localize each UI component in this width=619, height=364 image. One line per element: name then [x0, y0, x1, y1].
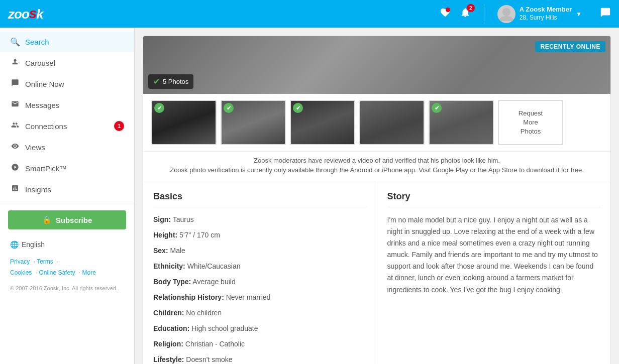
profile-content: Basics Sign: TaurusHeight: 5'7" / 170 cm… [143, 181, 610, 364]
sidebar-item-smartpick[interactable]: SmartPick™ [0, 158, 134, 179]
basics-label-8: Religion: [153, 340, 183, 348]
connections-icon [10, 121, 20, 131]
notifications-icon[interactable]: 2 [460, 7, 471, 21]
request-more-button[interactable]: RequestMorePhotos [498, 100, 563, 145]
basics-value-3: White/Caucasian [187, 262, 241, 270]
cookies-link[interactable]: Cookies [10, 269, 32, 276]
smartpick-icon [10, 163, 20, 173]
sidebar-nav: 🔍 Search Carousel Online Now Messages [0, 32, 134, 200]
sidebar-item-carousel[interactable]: Carousel [0, 52, 134, 73]
photo-thumb-3[interactable]: ✔ [290, 100, 355, 145]
profile-card: ✔ 5 Photos RECENTLY ONLINE ✔ ✔ [143, 36, 611, 364]
basics-label-2: Sex: [153, 247, 168, 255]
header-icons: 2 A Zoosk Member 28, Surry Hills ▼ [440, 5, 611, 23]
logo[interactable]: zoosk [8, 6, 43, 22]
sidebar-divider [0, 204, 134, 204]
avatar [497, 5, 515, 23]
story-section: Story I'm no male model but a nice guy. … [377, 181, 611, 364]
photo-thumb-5[interactable]: ✔ [429, 100, 494, 145]
sidebar-item-insights[interactable]: Insights [0, 179, 134, 200]
sidebar-item-messages[interactable]: Messages [0, 94, 134, 115]
sidebar-label-smartpick: SmartPick™ [25, 164, 67, 173]
basics-row-5: Relationship History: Never married [153, 292, 367, 303]
dropdown-arrow-icon: ▼ [576, 11, 582, 18]
basics-value-1: 5'7" / 170 cm [179, 231, 220, 239]
check-icon: ✔ [153, 77, 160, 86]
sidebar-label-views: Views [25, 143, 45, 152]
sidebar-label-carousel: Carousel [25, 59, 55, 67]
chat-icon[interactable] [600, 7, 611, 21]
basics-value-4: Average build [192, 278, 235, 286]
sidebar-label-messages: Messages [25, 101, 59, 109]
basics-value-0: Taurus [173, 215, 194, 223]
sidebar-item-views[interactable]: Views [0, 137, 134, 158]
photo-verified-2: ✔ [224, 103, 234, 113]
main-content: ✔ 5 Photos RECENTLY ONLINE ✔ ✔ [135, 28, 619, 364]
sidebar-label-online-now: Online Now [25, 80, 64, 88]
terms-link[interactable]: Terms [37, 258, 53, 265]
user-name: A Zoosk Member [520, 6, 572, 14]
sidebar-label-search: Search [25, 38, 49, 46]
sidebar: 🔍 Search Carousel Online Now Messages [0, 28, 135, 364]
story-text: I'm no male model but a nice guy. I enjo… [387, 214, 601, 296]
basics-label-3: Ethnicity: [153, 262, 185, 270]
basics-row-4: Body Type: Average build [153, 277, 367, 287]
verification-line2: Zoosk photo verification is currently on… [151, 166, 602, 174]
basics-value-9: Doesn't smoke [186, 355, 232, 363]
basics-row-8: Religion: Christian - Catholic [153, 339, 367, 349]
basics-value-2: Male [170, 247, 185, 255]
verification-text: Zoosk moderators have reviewed a video o… [143, 152, 610, 181]
basics-label-1: Height: [153, 231, 177, 239]
svg-point-0 [446, 8, 450, 12]
globe-icon: 🌐 [10, 240, 19, 249]
photo-thumb-4[interactable] [359, 100, 425, 145]
basics-row-7: Education: High school graduate [153, 323, 367, 334]
online-safety-link[interactable]: Online Safety [39, 269, 75, 276]
svg-point-1 [502, 8, 510, 16]
basics-row-2: Sex: Male [153, 246, 367, 256]
subscribe-label: Subscribe [56, 216, 92, 224]
sidebar-item-connections[interactable]: Connections 1 [0, 115, 134, 137]
language-selector[interactable]: 🌐 English [0, 235, 134, 254]
favorites-icon[interactable] [440, 7, 451, 21]
online-now-icon [10, 79, 20, 89]
messages-icon [10, 100, 20, 110]
recently-online-badge: RECENTLY ONLINE [535, 41, 605, 52]
privacy-link[interactable]: Privacy [10, 258, 30, 265]
verification-line1: Zoosk moderators have reviewed a video o… [151, 157, 602, 164]
basics-label-4: Body Type: [153, 278, 191, 286]
photo-thumb-2[interactable]: ✔ [221, 100, 286, 145]
photo-verified-5: ✔ [432, 103, 442, 113]
user-info: A Zoosk Member 28, Surry Hills [520, 6, 572, 22]
request-more-label: RequestMorePhotos [519, 109, 543, 137]
subscribe-button[interactable]: 🔒 Subscribe [8, 210, 126, 229]
basics-label-5: Relationship History: [153, 293, 224, 301]
basics-label-7: Education: [153, 324, 189, 332]
hero-area: ✔ 5 Photos RECENTLY ONLINE [143, 36, 610, 94]
footer-links: Privacy · Terms · Cookies · Online Safet… [0, 254, 134, 281]
notification-badge: 2 [467, 4, 475, 12]
basics-section: Basics Sign: TaurusHeight: 5'7" / 170 cm… [143, 181, 377, 364]
copyright: © 2007-2016 Zoosk, Inc. All rights reser… [0, 281, 134, 295]
photo-thumb-1[interactable]: ✔ [151, 100, 217, 145]
basics-value-7: High school graduate [191, 324, 258, 332]
photo-strip: ✔ ✔ ✔ ✔ RequestMorePhotos [143, 94, 610, 152]
basics-title: Basics [153, 191, 367, 207]
header-user[interactable]: A Zoosk Member 28, Surry Hills ▼ [497, 5, 582, 23]
sidebar-label-insights: Insights [25, 185, 51, 194]
basics-value-5: Never married [226, 293, 271, 301]
basics-row-1: Height: 5'7" / 170 cm [153, 230, 367, 240]
language-label: English [22, 240, 45, 249]
search-icon: 🔍 [10, 37, 20, 47]
photos-badge[interactable]: ✔ 5 Photos [148, 74, 193, 89]
carousel-icon [10, 58, 20, 68]
sidebar-item-search[interactable]: 🔍 Search [0, 32, 134, 52]
layout: 🔍 Search Carousel Online Now Messages [0, 28, 619, 364]
sidebar-item-online-now[interactable]: Online Now [0, 73, 134, 94]
sidebar-label-connections: Connections [25, 122, 67, 131]
more-link[interactable]: More [82, 269, 95, 276]
header-divider [484, 5, 484, 23]
user-location: 28, Surry Hills [520, 14, 572, 22]
basics-label-9: Lifestyle: [153, 355, 184, 363]
lock-icon: 🔒 [42, 215, 52, 224]
